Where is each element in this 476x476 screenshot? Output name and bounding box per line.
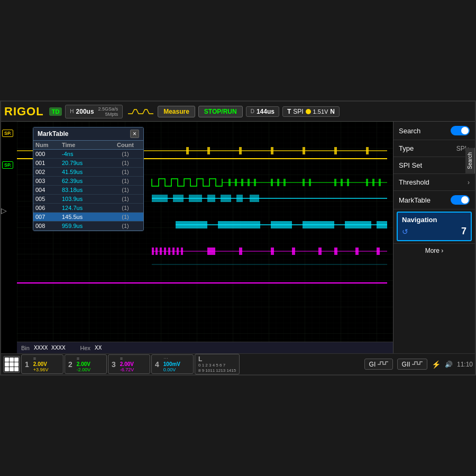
ch3-status[interactable]: 3 ≡ 2.00V -6.72V: [108, 354, 150, 374]
mark-table-row[interactable]: 000 -4ns (1): [33, 150, 143, 159]
right-panel: Search Search Type SPI › SPI Set › Thres…: [393, 122, 475, 353]
navigation-title: Navigation: [402, 216, 466, 224]
ch1-status[interactable]: 1 ≡ 2.00V +3.96V: [21, 354, 63, 374]
mark-table-row[interactable]: 002 41.59us (1): [33, 168, 143, 177]
svg-rect-56: [318, 248, 322, 255]
ch2-status[interactable]: 2 ≡ 2.00V -2.00V: [65, 354, 107, 374]
row-time: 20.79us: [62, 160, 109, 166]
svg-rect-12: [228, 179, 231, 186]
svg-rect-15: [248, 179, 250, 186]
row-num: 001: [35, 160, 62, 166]
svg-rect-59: [377, 248, 380, 255]
digital-status[interactable]: L 0 1 2 3 4 5 6 78 9 1011 1213 1415: [195, 354, 240, 374]
row-time: 41.59us: [62, 169, 109, 175]
svg-rect-37: [176, 221, 207, 228]
mark-table-row[interactable]: 008 959.9us (1): [33, 222, 143, 231]
svg-rect-20: [303, 179, 305, 186]
mark-table-row[interactable]: 006 124.7us (1): [33, 204, 143, 213]
row-num: 008: [35, 223, 62, 229]
svg-rect-7: [303, 147, 305, 154]
ch1-dot-icon: [306, 109, 311, 114]
hex-value: XX: [95, 344, 102, 351]
more-label: More: [425, 247, 440, 254]
timebase-label: H: [70, 108, 74, 114]
svg-rect-34: [236, 195, 243, 202]
row-count: (1): [109, 196, 141, 202]
row-time: -4ns: [62, 151, 109, 157]
row-time: 124.7us: [62, 205, 109, 211]
svg-rect-21: [309, 179, 311, 186]
row-time: 103.9us: [62, 196, 109, 202]
mark-table-close-button[interactable]: ×: [130, 130, 139, 138]
sample-rate: 2.5GSa/s: [98, 106, 118, 112]
svg-rect-40: [303, 221, 334, 228]
bin-label: Bin: [21, 345, 30, 351]
sample-points: 5Mpts: [105, 112, 118, 117]
mark-table-row[interactable]: 005 103.9us (1): [33, 195, 143, 204]
type-menu-item[interactable]: Type SPI ›: [393, 140, 475, 157]
gi-label: GI: [369, 361, 376, 368]
trigger-section: T SPI 1.51V N: [282, 106, 340, 117]
gi-wave-icon: [378, 360, 388, 367]
mark-table: MarkTable × Num Time Count 000 -4ns (1) …: [33, 127, 144, 231]
row-count: (1): [109, 169, 141, 175]
gii-label: GII: [402, 361, 410, 368]
row-count: (1): [109, 187, 141, 193]
row-num: 007: [35, 214, 62, 220]
bin-value: XXXX XXXX: [34, 344, 66, 351]
mark-table-toggle[interactable]: [451, 195, 470, 205]
svg-rect-27: [379, 179, 381, 186]
trigger-voltage: 1.51V: [313, 108, 328, 115]
td-badge: TD: [49, 107, 62, 116]
svg-rect-53: [239, 248, 242, 255]
mark-table-menu-item[interactable]: MarkTable: [393, 191, 475, 209]
search-tab[interactable]: Search: [465, 148, 475, 173]
svg-rect-24: [347, 179, 349, 186]
svg-rect-51: [181, 248, 183, 255]
search-toggle[interactable]: [451, 126, 470, 135]
more-button[interactable]: More ›: [393, 243, 475, 258]
mark-table-row[interactable]: 001 20.79us (1): [33, 159, 143, 168]
svg-rect-41: [345, 221, 371, 228]
ch4-status[interactable]: 4 ⋯ 100mV 0.00V: [151, 354, 194, 374]
svg-rect-46: [160, 248, 162, 255]
gii-button[interactable]: GII: [397, 359, 427, 370]
timebase-section: H 200us 2.5GSa/s 5Mpts: [65, 105, 123, 118]
grid-button[interactable]: [3, 356, 20, 373]
search-menu-item[interactable]: Search: [393, 122, 475, 140]
clock-time: 11:10: [457, 361, 473, 368]
stop-run-button[interactable]: STOP/RUN: [198, 106, 243, 117]
delay-value: 144us: [257, 108, 274, 115]
mark-table-label: MarkTable: [399, 196, 431, 204]
navigation-box[interactable]: Navigation ↺ 7: [397, 212, 472, 241]
n-label: N: [330, 108, 335, 115]
svg-rect-48: [168, 248, 170, 255]
row-count: (1): [109, 223, 141, 229]
rigol-logo: RIGOL: [4, 105, 44, 118]
mark-table-row[interactable]: 003 62.39us (1): [33, 177, 143, 186]
type-label: Type: [399, 144, 414, 152]
bin-hex-bar: Bin XXXX XXXX Hex XX: [17, 342, 393, 353]
gi-button[interactable]: GI: [364, 359, 393, 370]
col-header-count: Count: [109, 142, 141, 148]
threshold-menu-item[interactable]: Threshold ›: [393, 174, 475, 191]
top-bar: RIGOL TD H 200us 2.5GSa/s 5Mpts Measure …: [1, 102, 475, 122]
mark-table-row[interactable]: 004 83.18us (1): [33, 186, 143, 195]
spi-set-menu-item[interactable]: SPI Set ›: [393, 157, 475, 174]
svg-rect-22: [334, 179, 336, 186]
row-time: 62.39us: [62, 178, 109, 184]
row-count: (1): [109, 214, 141, 220]
mark-table-rows: 000 -4ns (1) 001 20.79us (1) 002 41.59us…: [33, 150, 143, 231]
measure-button[interactable]: Measure: [158, 106, 195, 117]
row-time: 83.18us: [62, 187, 109, 193]
speaker-icon: 🔊: [445, 361, 453, 368]
time-status: GI GII ⚡ 🔊 11:10: [364, 359, 473, 370]
mark-table-row[interactable]: 007 145.5us (1): [33, 213, 143, 222]
col-header-time: Time: [62, 142, 109, 148]
mark-table-title: MarkTable: [38, 130, 68, 138]
threshold-label: Threshold: [399, 178, 429, 186]
mark-table-columns: Num Time Count: [33, 141, 143, 150]
row-num: 006: [35, 205, 62, 211]
search-label: Search: [399, 127, 420, 135]
usb-icon: ⚡: [432, 360, 441, 369]
